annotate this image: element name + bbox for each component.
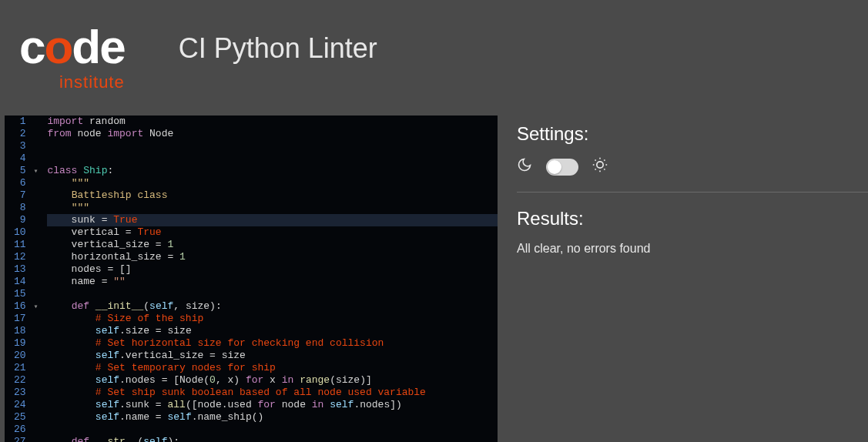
- svg-line-3: [595, 160, 596, 161]
- code-line[interactable]: name = "": [47, 276, 498, 288]
- line-number: 2: [14, 128, 38, 140]
- code-line[interactable]: # Set ship sunk boolean based of all nod…: [47, 387, 498, 399]
- line-number: 21: [14, 362, 38, 374]
- logo: code institute: [19, 23, 125, 92]
- code-line[interactable]: # Set temporary nodes for ship: [47, 362, 498, 374]
- line-number: 22: [14, 374, 38, 387]
- moon-icon: [517, 157, 532, 176]
- line-number: 14: [14, 276, 38, 288]
- code-line[interactable]: nodes = []: [47, 263, 498, 276]
- line-number: 20: [14, 350, 38, 362]
- svg-line-8: [604, 160, 605, 161]
- line-number: 23: [14, 387, 38, 399]
- svg-point-0: [597, 162, 603, 168]
- logo-letter-o: o: [44, 20, 72, 73]
- code-line[interactable]: [47, 152, 498, 165]
- code-area[interactable]: import randomfrom node import Node class…: [44, 116, 498, 442]
- line-number: 26: [14, 424, 38, 436]
- code-line[interactable]: self.sunk = all([node.used for node in s…: [47, 399, 498, 411]
- logo-letter-c: c: [19, 20, 44, 73]
- line-number: 6: [14, 177, 38, 189]
- line-number: 12: [14, 251, 38, 263]
- line-number: 27: [14, 436, 38, 442]
- code-line[interactable]: sunk = True: [47, 214, 498, 226]
- code-line[interactable]: vertical = True: [47, 226, 498, 239]
- code-line[interactable]: [47, 288, 498, 300]
- code-line[interactable]: [47, 140, 498, 152]
- main-content: 1 2 3 4 5 ▾6 7 8 9 10 11 12 13 14 15 16 …: [0, 116, 868, 442]
- code-line[interactable]: horizontal_size = 1: [47, 251, 498, 263]
- line-number: 24: [14, 399, 38, 411]
- line-number: 4: [14, 152, 38, 165]
- theme-toggle[interactable]: [546, 159, 578, 176]
- line-number: 25: [14, 411, 38, 424]
- code-line[interactable]: self.vertical_size = size: [47, 350, 498, 362]
- results-heading: Results:: [517, 208, 868, 229]
- page-title: CI Python Linter: [179, 32, 377, 65]
- code-line[interactable]: import random: [47, 116, 498, 128]
- svg-line-7: [595, 169, 596, 169]
- line-number: 8: [14, 202, 38, 214]
- sun-icon: [592, 157, 608, 176]
- line-number: 16 ▾: [14, 300, 38, 313]
- logo-letter-de: de: [72, 20, 124, 73]
- code-line[interactable]: self.size = size: [47, 325, 498, 337]
- theme-settings-row: [517, 157, 868, 193]
- line-number: 9: [14, 214, 38, 226]
- line-number: 11: [14, 239, 38, 251]
- code-line[interactable]: from node import Node: [47, 128, 498, 140]
- line-number: 15: [14, 288, 38, 300]
- code-line[interactable]: self.name = self.name_ship(): [47, 411, 498, 424]
- code-line[interactable]: # Size of the ship: [47, 313, 498, 325]
- line-number-gutter: 1 2 3 4 5 ▾6 7 8 9 10 11 12 13 14 15 16 …: [5, 116, 44, 442]
- logo-wordmark: code: [19, 23, 125, 71]
- svg-line-4: [604, 169, 605, 169]
- line-number: 18: [14, 325, 38, 337]
- line-number: 19: [14, 337, 38, 350]
- code-editor[interactable]: 1 2 3 4 5 ▾6 7 8 9 10 11 12 13 14 15 16 …: [5, 116, 498, 442]
- line-number: 7: [14, 189, 38, 202]
- line-number: 1: [14, 116, 38, 128]
- results-message: All clear, no errors found: [517, 242, 868, 256]
- code-line[interactable]: def __init__(self, size):: [47, 300, 498, 313]
- settings-heading: Settings:: [517, 123, 868, 145]
- code-line[interactable]: [47, 424, 498, 436]
- toggle-knob: [548, 160, 561, 174]
- code-line[interactable]: class Ship:: [47, 165, 498, 177]
- sidebar: Settings: Results: All clear, no errors …: [498, 116, 868, 442]
- code-line[interactable]: Battleship class: [47, 189, 498, 202]
- app-header: code institute CI Python Linter: [0, 0, 868, 116]
- line-number: 3: [14, 140, 38, 152]
- code-line[interactable]: """: [47, 177, 498, 189]
- line-number: 13: [14, 263, 38, 276]
- line-number: 5 ▾: [14, 165, 38, 177]
- code-line[interactable]: vertical_size = 1: [47, 239, 498, 251]
- line-number: 10: [14, 226, 38, 239]
- code-line[interactable]: self.nodes = [Node(0, x) for x in range(…: [47, 374, 498, 387]
- code-line[interactable]: """: [47, 202, 498, 214]
- logo-subtext: institute: [59, 72, 125, 92]
- line-number: 17: [14, 313, 38, 325]
- code-line[interactable]: def __str__(self):: [47, 436, 498, 442]
- code-line[interactable]: # Set horizontal size for checking end c…: [47, 337, 498, 350]
